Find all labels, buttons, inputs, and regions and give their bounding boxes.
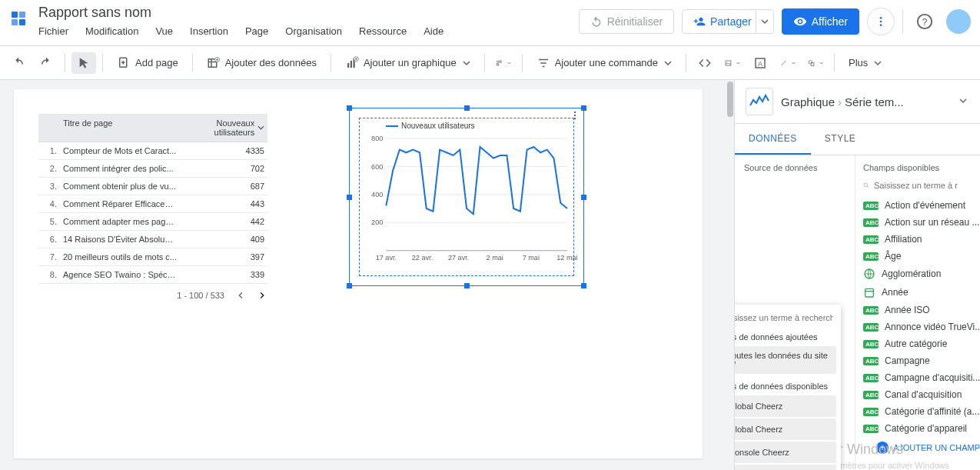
more-button[interactable]: Plus — [841, 52, 889, 73]
svg-rect-19 — [497, 63, 498, 65]
field-row[interactable]: ABCÂge — [863, 248, 980, 265]
menu-edit[interactable]: Modification — [85, 25, 138, 37]
select-tool[interactable] — [71, 52, 96, 74]
menu-insert[interactable]: Insertion — [190, 25, 228, 37]
community-viz-button[interactable] — [491, 52, 516, 75]
field-label: Annonce vidéo TrueVi... — [885, 322, 980, 332]
svg-text:?: ? — [922, 17, 928, 28]
resize-handle[interactable] — [464, 283, 470, 288]
menu-page[interactable]: Page — [245, 25, 268, 37]
resize-handle[interactable] — [581, 283, 586, 288]
menu-view[interactable]: Vue — [155, 25, 173, 37]
field-row[interactable]: ABCCanal d'acquisition — [863, 386, 980, 403]
field-row[interactable]: ABCAutre catégorie — [863, 335, 980, 352]
svg-rect-3 — [19, 19, 25, 25]
ds-item[interactable]: Search Console https://www — [735, 465, 836, 470]
field-row[interactable]: ABCCampagne — [863, 352, 980, 369]
svg-text:7 mai: 7 mai — [523, 254, 540, 262]
more-vert-button[interactable] — [867, 8, 895, 35]
field-row[interactable]: ABCCatégorie d'appareil — [863, 420, 980, 437]
panel-breadcrumb[interactable]: Graphique›Série tem... — [781, 95, 949, 108]
shape-button[interactable] — [803, 52, 828, 75]
ds-avail-label: Sources de données disponibles — [735, 375, 841, 394]
table-header-b[interactable]: Nouveaux utilisateurs — [180, 114, 267, 142]
line-button[interactable] — [776, 52, 800, 75]
resize-handle[interactable] — [347, 195, 352, 200]
fields-search-input[interactable] — [874, 181, 980, 190]
table-header-a[interactable]: Titre de page — [60, 114, 180, 142]
embed-button[interactable] — [693, 52, 717, 75]
help-button[interactable]: ? — [911, 8, 938, 35]
svg-text:200: 200 — [371, 218, 383, 226]
field-row[interactable]: ABCAnnonce vidéo TrueVi... — [863, 318, 980, 335]
time-series-chart[interactable]: Nouveaux utilisateurs 20040060080017 avr… — [349, 108, 584, 286]
sort-desc-icon — [257, 124, 264, 132]
table-row[interactable]: 4.Comment Réparer Efficacem...443 — [38, 195, 267, 213]
menu-arrange[interactable]: Organisation — [285, 25, 342, 37]
add-field-button[interactable]: +AJOUTER UN CHAMP — [863, 437, 980, 454]
field-label: Âge — [885, 251, 901, 262]
data-source-search-input[interactable] — [735, 313, 833, 322]
svg-point-17 — [497, 61, 498, 62]
table-row[interactable]: 3.Comment obtenir plus de vu...687 — [38, 178, 267, 195]
field-row[interactable]: Agglomération — [863, 265, 980, 283]
resize-handle[interactable] — [347, 283, 352, 288]
resize-handle[interactable] — [347, 105, 352, 111]
field-row[interactable]: ABCCatégorie d'affinité (a... — [863, 403, 980, 420]
tab-style[interactable]: STYLE — [811, 124, 870, 155]
table-row[interactable]: 1.Compteur de Mots et Caract...4335 — [38, 142, 267, 160]
avatar[interactable] — [946, 9, 971, 34]
add-chart-button[interactable]: Ajouter un graphique — [337, 52, 478, 75]
ds-item[interactable]: Global Cheerz — [735, 395, 836, 417]
chevron-left-icon[interactable] — [235, 290, 246, 301]
menu-resource[interactable]: Ressource — [359, 25, 407, 37]
ds-item[interactable]: Console Cheerz — [735, 442, 836, 463]
ds-item-added[interactable]: Toutes les données du site W — [735, 346, 836, 374]
table-row[interactable]: 8.Agence SEO Twaino : Spécia...339 — [38, 266, 267, 284]
data-table[interactable]: Titre de page Nouveaux utilisateurs 1.Co… — [38, 114, 267, 301]
tab-data[interactable]: DONNÉES — [735, 124, 811, 155]
menu-help[interactable]: Aide — [424, 25, 443, 37]
field-row[interactable]: ABCCampagne d'acquisiti... — [863, 369, 980, 386]
share-label: Partager — [710, 15, 752, 28]
field-row[interactable]: ABCAction sur un réseau ... — [863, 214, 980, 231]
table-row[interactable]: 6.14 Raisons D'Éviter Absolum...409 — [38, 231, 267, 248]
svg-point-26 — [574, 115, 576, 116]
doc-title[interactable]: Rapport sans nom — [38, 5, 579, 21]
collapse-button[interactable] — [957, 95, 969, 109]
field-row[interactable]: ABCAnnée ISO — [863, 302, 980, 318]
redo-button[interactable] — [34, 52, 58, 75]
table-row[interactable]: 7.20 meilleurs outils de mots c...397 — [38, 248, 267, 266]
ds-item[interactable]: Global Cheerz — [735, 418, 836, 440]
chart-type-icon[interactable] — [746, 88, 773, 115]
image-button[interactable] — [720, 52, 745, 75]
caret-down-icon[interactable] — [761, 18, 769, 25]
field-row[interactable]: Année — [863, 283, 980, 302]
chevron-right-icon[interactable] — [257, 290, 267, 301]
field-row[interactable]: ABCAction d'événement — [863, 197, 980, 214]
resize-handle[interactable] — [581, 105, 586, 111]
share-button[interactable]: Partager — [682, 9, 774, 34]
table-row[interactable]: 2.Comment intégrer des polic...702 — [38, 160, 267, 178]
caret-down-icon — [664, 59, 672, 67]
table-row[interactable]: 5.Comment adapter mes page...442 — [38, 213, 267, 231]
field-label: Catégorie d'appareil — [885, 423, 967, 434]
svg-text:22 avr.: 22 avr. — [412, 254, 433, 262]
resize-handle[interactable] — [581, 195, 586, 200]
report-canvas[interactable]: Titre de page Nouveaux utilisateurs 1.Co… — [14, 89, 703, 458]
add-page-button[interactable]: Add page — [109, 52, 186, 75]
view-button[interactable]: Afficher — [782, 8, 859, 35]
add-control-button[interactable]: Ajouter une commande — [529, 52, 679, 75]
menu-file[interactable]: Fichier — [38, 25, 68, 37]
text-button[interactable]: A — [748, 52, 772, 75]
scrollbar[interactable] — [727, 82, 733, 470]
table-range: 1 - 100 / 533 — [177, 291, 224, 300]
svg-rect-2 — [12, 19, 18, 25]
reset-button[interactable]: Réinitialiser — [579, 9, 674, 34]
undo-button[interactable] — [6, 52, 31, 75]
resize-handle[interactable] — [464, 105, 470, 111]
svg-rect-1 — [19, 12, 25, 18]
field-row[interactable]: ABCAffiliation — [863, 231, 980, 248]
app-logo[interactable] — [9, 9, 28, 28]
add-data-button[interactable]: Ajouter des données — [199, 52, 324, 75]
